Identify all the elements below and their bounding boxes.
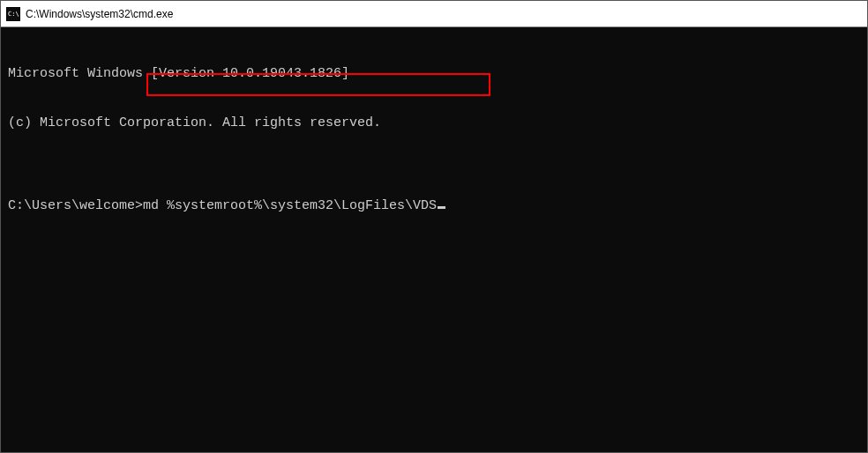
terminal-area[interactable]: Microsoft Windows [Version 10.0.19043.18… <box>1 27 867 452</box>
titlebar[interactable]: C:\ C:\Windows\system32\cmd.exe <box>1 1 867 27</box>
cursor <box>438 206 445 209</box>
prompt-text: C:\Users\welcome> <box>8 198 143 215</box>
cmd-window: C:\ C:\Windows\system32\cmd.exe Microsof… <box>0 0 868 453</box>
prompt-line: C:\Users\welcome>md %systemroot%\system3… <box>8 198 860 215</box>
cmd-icon: C:\ <box>6 7 20 21</box>
svg-text:C:\: C:\ <box>8 11 19 18</box>
command-text[interactable]: md %systemroot%\system32\LogFiles\VDS <box>143 198 437 215</box>
window-title: C:\Windows\system32\cmd.exe <box>26 8 173 20</box>
version-line: Microsoft Windows [Version 10.0.19043.18… <box>8 66 860 83</box>
copyright-line: (c) Microsoft Corporation. All rights re… <box>8 115 860 132</box>
